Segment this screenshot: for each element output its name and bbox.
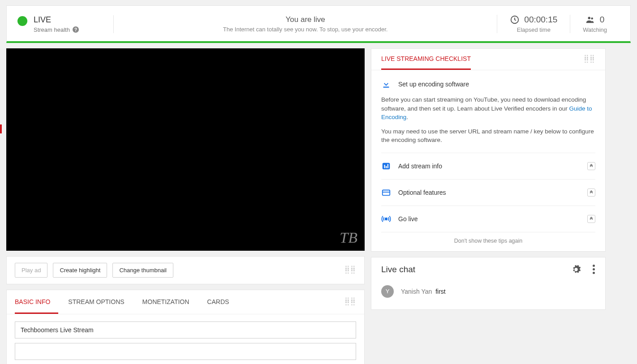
broadcast-icon	[381, 214, 391, 224]
chat-message: Y Yanish Yan first	[381, 285, 595, 298]
dont-show-tips-link[interactable]: Don't show these tips again	[381, 232, 595, 245]
info-tabs: BASIC INFO STREAM OPTIONS MONETIZATION C…	[7, 290, 364, 314]
status-center-title: You are live	[114, 15, 497, 24]
status-right: 00:00:15 Elapsed time 0 Watching	[497, 15, 620, 33]
svg-rect-7	[387, 164, 388, 168]
watching-block: 0 Watching	[570, 15, 620, 33]
gear-icon[interactable]	[571, 265, 581, 274]
drag-handle-icon[interactable]: ⠿⠿⠿⠿	[344, 268, 356, 273]
chat-header: Live chat	[371, 257, 605, 282]
tab-monetization[interactable]: MONETIZATION	[142, 290, 198, 314]
chat-username[interactable]: Yanish Yan	[401, 288, 432, 295]
tab-cards[interactable]: CARDS	[207, 290, 237, 314]
stream-health-label: Stream health	[34, 26, 70, 33]
play-ad-button[interactable]: Play ad	[15, 263, 47, 278]
checklist-title: LIVE STREAMING CHECKLIST	[381, 55, 471, 70]
status-left: LIVE Stream health ?	[17, 15, 114, 33]
svg-rect-3	[383, 87, 389, 88]
checklist-row-label: Optional features	[398, 189, 446, 196]
tab-body-basic-info	[7, 314, 364, 364]
drag-handle-icon[interactable]: ⠿⠿⠿⠿	[584, 57, 595, 69]
svg-point-1	[588, 17, 590, 20]
checklist-item-description: Before you can start streaming on YouTub…	[381, 95, 595, 145]
watching-value: 0	[600, 15, 605, 25]
checklist-item-encoding: Set up encoding software Before you can …	[381, 70, 595, 153]
watermark: TB	[340, 229, 357, 246]
expand-icon[interactable]	[587, 215, 595, 223]
left-red-indicator	[0, 124, 2, 133]
chat-text: first	[435, 288, 446, 295]
avatar[interactable]: Y	[381, 285, 394, 298]
checklist-item-optional-features[interactable]: Optional features	[381, 180, 595, 206]
live-indicator-icon	[17, 16, 27, 26]
live-chat-panel: Live chat Y Yanish Yan first	[371, 257, 606, 310]
stream-info-icon	[381, 161, 391, 171]
tab-stream-options[interactable]: STREAM OPTIONS	[68, 290, 132, 314]
help-icon[interactable]: ?	[73, 26, 79, 33]
status-center: You are live The Internet can totally se…	[114, 15, 497, 33]
elapsed-time-block: 00:00:15 Elapsed time	[497, 15, 570, 33]
chat-body: Y Yanish Yan first	[371, 282, 605, 309]
elapsed-label: Elapsed time	[510, 26, 557, 33]
drag-handle-icon[interactable]: ⠿⠿⠿⠿	[344, 300, 356, 305]
svg-rect-6	[386, 166, 387, 168]
checklist-item-stream-info[interactable]: Add stream info	[381, 153, 595, 180]
svg-rect-5	[384, 165, 385, 168]
tab-basic-info[interactable]: BASIC INFO	[15, 290, 58, 314]
chat-title: Live chat	[381, 265, 415, 274]
checklist-row-label: Add stream info	[398, 163, 442, 170]
checklist-row-label: Go live	[398, 215, 418, 223]
stream-description-input[interactable]	[15, 343, 356, 360]
create-highlight-button[interactable]: Create highlight	[53, 263, 107, 278]
action-bar: Play ad Create highlight Change thumbnai…	[6, 256, 365, 284]
status-bar: LIVE Stream health ? You are live The In…	[6, 5, 631, 43]
stream-health: Stream health ?	[34, 26, 79, 33]
status-center-sub: The Internet can totally see you now. To…	[114, 26, 497, 33]
more-icon[interactable]	[593, 265, 595, 274]
svg-rect-8	[383, 190, 390, 195]
svg-point-10	[385, 218, 387, 220]
elapsed-value: 00:00:15	[524, 15, 557, 25]
video-preview[interactable]: TB	[6, 48, 365, 251]
live-label: LIVE	[34, 15, 79, 25]
stream-title-input[interactable]	[15, 321, 356, 338]
checklist-panel: LIVE STREAMING CHECKLIST ⠿⠿⠿⠿ Set up enc…	[371, 48, 606, 252]
svg-point-2	[591, 17, 593, 19]
expand-icon[interactable]	[587, 162, 595, 170]
info-panel: BASIC INFO STREAM OPTIONS MONETIZATION C…	[6, 290, 365, 364]
checklist-item-go-live[interactable]: Go live	[381, 206, 595, 232]
download-icon	[381, 79, 391, 89]
watching-label: Watching	[583, 26, 607, 33]
checklist-item-label: Set up encoding software	[398, 81, 469, 88]
card-icon	[381, 188, 391, 197]
expand-icon[interactable]	[587, 188, 595, 197]
change-thumbnail-button[interactable]: Change thumbnail	[112, 263, 173, 278]
people-icon	[585, 15, 595, 25]
clock-icon	[510, 15, 520, 25]
